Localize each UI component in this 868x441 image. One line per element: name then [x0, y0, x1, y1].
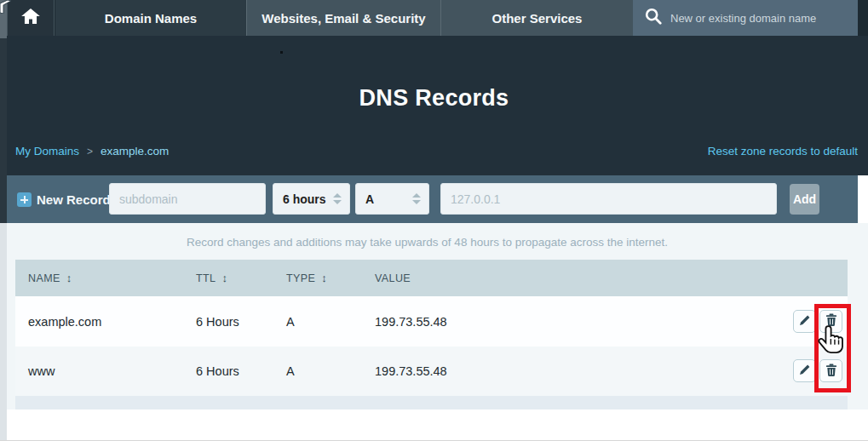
search-placeholder: New or existing domain name	[670, 12, 816, 25]
sort-icon[interactable]: ↕	[321, 272, 327, 284]
column-header-ttl[interactable]: TTL ↕	[196, 260, 227, 296]
record-name: www	[28, 346, 55, 396]
tab-domain-names[interactable]: Domain Names	[55, 0, 246, 36]
record-value: 199.73.55.48	[375, 346, 447, 396]
edit-record-button[interactable]	[793, 359, 816, 382]
dot-artifact	[280, 51, 283, 54]
pencil-icon	[799, 364, 811, 378]
column-header-value: VALUE	[375, 260, 411, 296]
plus-icon	[17, 192, 32, 207]
window-corner-artifact	[0, 0, 12, 17]
edit-record-button[interactable]	[793, 310, 816, 333]
ttl-select[interactable]: 6 hours	[273, 183, 350, 215]
record-ttl: 6 Hours	[196, 296, 239, 346]
hand-cursor-icon	[818, 324, 845, 364]
breadcrumb-my-domains-link[interactable]: My Domains	[15, 145, 79, 158]
new-record-bar: New Record 6 hours A Add	[7, 175, 858, 223]
table-footer-band	[15, 396, 848, 410]
record-type-select[interactable]: A	[355, 183, 429, 215]
record-ttl: 6 Hours	[196, 346, 239, 396]
subdomain-input[interactable]	[109, 183, 266, 215]
record-name: example.com	[28, 296, 101, 346]
search-icon	[645, 8, 662, 28]
top-nav: Domain Names Websites, Email & Security …	[0, 0, 868, 36]
tab-label: Websites, Email & Security	[262, 11, 425, 26]
sort-icon[interactable]: ↕	[221, 272, 227, 284]
column-header-type[interactable]: TYPE ↕	[286, 260, 327, 296]
table-row: example.com 6 Hours A 199.73.55.48	[15, 296, 848, 346]
pencil-icon	[799, 314, 811, 329]
breadcrumb: My Domains > example.com	[15, 145, 169, 158]
nav-right-fill	[858, 0, 868, 36]
spinner-arrows-icon	[333, 193, 342, 204]
page-title: DNS Records	[0, 85, 868, 112]
record-type: A	[286, 346, 295, 396]
dns-records-table: NAME ↕ TTL ↕ TYPE ↕ VALUE example.com 6 …	[15, 260, 848, 410]
table-header-row: NAME ↕ TTL ↕ TYPE ↕ VALUE	[15, 260, 848, 296]
ttl-selected-value: 6 hours	[283, 192, 326, 206]
breadcrumb-current-domain: example.com	[101, 145, 169, 158]
window-edge-strip	[0, 38, 7, 223]
spinner-arrows-icon	[412, 193, 421, 204]
record-value-input[interactable]	[440, 183, 777, 215]
add-record-button[interactable]: Add	[790, 184, 819, 215]
dns-records-page: Domain Names Websites, Email & Security …	[0, 0, 868, 441]
column-header-name[interactable]: NAME ↕	[28, 260, 72, 296]
sort-icon[interactable]: ↕	[66, 272, 72, 284]
tab-websites-email-security[interactable]: Websites, Email & Security	[246, 0, 440, 36]
tab-label: Other Services	[492, 11, 583, 26]
new-record-label: New Record	[37, 192, 111, 207]
tab-label: Domain Names	[105, 11, 197, 26]
window-edge-strip	[0, 223, 7, 441]
type-selected-value: A	[365, 192, 374, 206]
domain-search-box[interactable]: New or existing domain name	[633, 0, 858, 36]
hero-section: DNS Records My Domains > example.com Res…	[0, 36, 868, 175]
record-value: 199.73.55.48	[375, 296, 447, 346]
home-icon	[21, 9, 40, 27]
table-row: www 6 Hours A 199.73.55.48	[15, 346, 848, 396]
records-content: Record changes and additions may take up…	[7, 223, 868, 410]
record-type: A	[286, 296, 295, 346]
tab-other-services[interactable]: Other Services	[440, 0, 633, 36]
propagation-notice: Record changes and additions may take up…	[7, 236, 848, 249]
home-tab[interactable]	[7, 0, 55, 36]
reset-zone-records-link[interactable]: Reset zone records to default	[708, 145, 858, 158]
breadcrumb-separator: >	[87, 146, 93, 158]
